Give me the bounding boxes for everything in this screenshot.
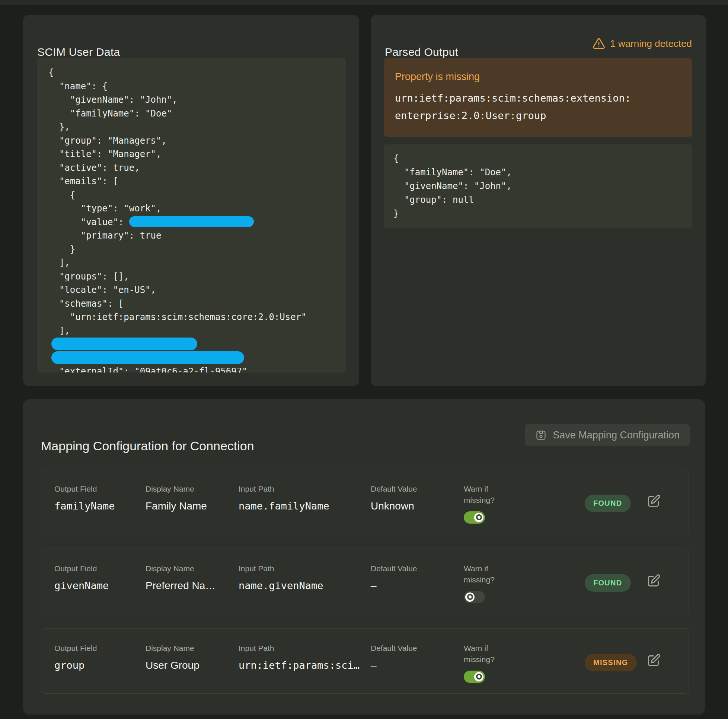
- edit-mapping-button[interactable]: [646, 574, 661, 589]
- input-path-value: name.givenName: [239, 580, 371, 591]
- save-mapping-configuration-button[interactable]: Save Mapping Configuration: [525, 424, 690, 446]
- warn-if-missing-label: Warn if missing?: [464, 563, 508, 586]
- input-path-cell: Input Path name.givenName: [239, 563, 371, 591]
- code-line: {: [48, 188, 335, 202]
- code-line: "primary": true: [48, 229, 335, 243]
- status-badge-cell: FOUND: [585, 563, 631, 592]
- parsed-panel-title: Parsed Output: [385, 46, 458, 58]
- warn-if-missing-cell: Warn if missing?: [464, 563, 585, 603]
- default-value-cell: Default Value –: [371, 643, 464, 672]
- default-value-value: –: [371, 659, 464, 672]
- input-path-value: urn:ietf:params:sci…: [239, 659, 371, 671]
- code-line: "type": "work",: [48, 202, 335, 216]
- mapping-configuration-panel: Mapping Configuration for Connection Sav…: [23, 399, 705, 714]
- code-line: {: [48, 66, 335, 80]
- parsed-output-panel: Parsed Output 1 warning detected Propert…: [371, 15, 706, 386]
- scim-json-code-block: { "name": { "givenName": "John", "family…: [37, 58, 346, 373]
- default-value-cell: Default Value –: [371, 563, 464, 592]
- warn-toggle[interactable]: [464, 591, 485, 603]
- redaction-pill: [51, 338, 197, 350]
- edit-mapping-button[interactable]: [646, 653, 661, 669]
- display-name-value: User Group: [145, 659, 239, 672]
- save-floppy-icon: [535, 430, 547, 441]
- default-value-cell: Default Value Unknown: [371, 483, 464, 512]
- code-line: }: [48, 243, 335, 256]
- redaction-pill: [129, 216, 254, 227]
- input-path-label: Input Path: [239, 483, 371, 494]
- display-name-label: Display Name: [145, 643, 239, 654]
- mapping-row: Output Field givenName Display Name Pref…: [41, 549, 689, 614]
- warning-card-title: Property is missing: [395, 71, 681, 83]
- code-line: "givenName": "John",: [48, 93, 335, 107]
- warning-count-label: 1 warning detected: [610, 38, 692, 49]
- toggle-knob: [474, 513, 483, 522]
- code-line: ],: [48, 256, 335, 270]
- input-path-label: Input Path: [239, 643, 371, 654]
- edit-pencil-icon: [646, 574, 661, 588]
- input-path-cell: Input Path urn:ietf:params:sci…: [239, 643, 371, 671]
- display-name-label: Display Name: [145, 483, 239, 494]
- code-line: "name": {: [48, 80, 335, 93]
- top-strip: [0, 0, 728, 5]
- code-line: }: [393, 207, 682, 221]
- output-field-value: givenName: [54, 580, 145, 591]
- output-field-cell: Output Field familyName: [54, 483, 145, 512]
- edit-pencil-icon: [646, 653, 661, 668]
- status-badge-cell: MISSING: [585, 643, 631, 672]
- code-line: ],: [48, 324, 335, 338]
- warning-card-detail-line: enterprise:2.0:User:group: [395, 107, 681, 124]
- page: SCIM User Data { "name": { "givenName": …: [0, 0, 728, 719]
- display-name-cell: Display Name User Group: [145, 643, 239, 672]
- toggle-knob: [474, 672, 483, 681]
- mapping-row: Output Field group Display Name User Gro…: [41, 628, 689, 694]
- input-path-value: name.familyName: [239, 500, 371, 512]
- code-line: "emails": [: [48, 174, 335, 188]
- display-name-cell: Display Name Preferred Na…: [145, 563, 239, 592]
- scim-user-data-panel: SCIM User Data { "name": { "givenName": …: [23, 15, 359, 386]
- code-line: "familyName": "Doe": [48, 107, 335, 121]
- toggle-knob: [465, 592, 474, 602]
- code-line: "value":: [48, 216, 335, 229]
- code-line: [48, 338, 335, 351]
- code-line: {: [393, 152, 682, 165]
- warning-triangle-icon: [592, 37, 605, 50]
- warn-toggle[interactable]: [464, 511, 485, 524]
- input-path-label: Input Path: [239, 563, 371, 574]
- default-value-value: –: [371, 580, 464, 592]
- code-line: "givenName": "John",: [393, 179, 682, 193]
- default-value-value: Unknown: [371, 500, 464, 512]
- display-name-cell: Display Name Family Name: [145, 483, 239, 512]
- status-badge: FOUND: [585, 494, 631, 512]
- status-badge: MISSING: [585, 654, 637, 672]
- default-value-label: Default Value: [371, 483, 464, 494]
- display-name-value: Family Name: [145, 500, 239, 512]
- save-button-label: Save Mapping Configuration: [553, 430, 680, 441]
- mapping-row: Output Field familyName Display Name Fam…: [41, 469, 689, 534]
- display-name-label: Display Name: [145, 563, 239, 574]
- scim-panel-title: SCIM User Data: [37, 46, 120, 58]
- warn-if-missing-cell: Warn if missing?: [464, 643, 585, 683]
- output-field-label: Output Field: [54, 483, 145, 494]
- code-line: "locale": "en-US",: [48, 283, 335, 297]
- code-line: },: [48, 120, 335, 134]
- output-field-label: Output Field: [54, 643, 145, 654]
- redaction-pill: [51, 351, 244, 364]
- warn-if-missing-label: Warn if missing?: [464, 483, 508, 506]
- code-line: [48, 351, 335, 365]
- warn-if-missing-cell: Warn if missing?: [464, 483, 585, 524]
- warn-if-missing-label: Warn if missing?: [464, 643, 508, 665]
- code-line: "group": null: [393, 193, 682, 207]
- code-line: "externalId": "09at0c6-a2-fl-95697": [48, 365, 335, 373]
- code-line: "groups": [],: [48, 270, 335, 284]
- output-field-value: familyName: [54, 500, 145, 512]
- output-field-cell: Output Field givenName: [54, 563, 145, 591]
- warning-card: Property is missing urn:ietf:params:scim…: [384, 58, 692, 137]
- display-name-value: Preferred Na…: [145, 580, 239, 592]
- edit-mapping-button[interactable]: [646, 494, 661, 510]
- warning-count-status: 1 warning detected: [592, 37, 692, 50]
- warn-toggle[interactable]: [464, 671, 485, 683]
- status-badge-cell: FOUND: [585, 483, 631, 512]
- edit-pencil-icon: [646, 494, 661, 509]
- code-line: "familyName": "Doe",: [393, 165, 682, 179]
- parsed-json-code-block: { "familyName": "Doe", "givenName": "Joh…: [384, 144, 692, 228]
